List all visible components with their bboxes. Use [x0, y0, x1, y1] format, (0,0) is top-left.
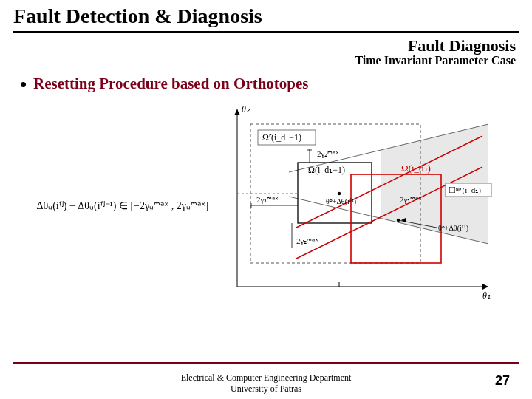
- svg-marker-3: [234, 109, 240, 115]
- subtitle: Fault Diagnosis: [0, 36, 516, 55]
- footer-line2: University of Patras: [181, 383, 352, 395]
- label-2g1-right: 2γ₁ᵐᵃˣ: [400, 195, 422, 204]
- label-2g2-top: 2γ₂ᵐᵃˣ: [317, 149, 339, 158]
- label-2g2-bot: 2γ₂ᵐᵃˣ: [296, 236, 318, 245]
- main-title: Fault Detection & Diagnosis: [13, 4, 519, 28]
- label-theta-o: θᵒ+Δθ(iᶠ¹): [326, 197, 356, 206]
- label-theta-o2: θᵒ+Δθ(iᶠ¹): [438, 224, 468, 233]
- footer-line1: Electrical & Computer Engineering Depart…: [181, 372, 352, 383]
- page-number: 27: [495, 373, 510, 389]
- axis-y-label: θ₂: [242, 104, 250, 115]
- diagram: θ₂ θ₁ Ωʳ(i_d₁−1) Ω(i_d₁−1) Ω(i_d₁): [215, 102, 496, 309]
- svg-point-19: [337, 192, 340, 195]
- axis-x-label: θ₁: [482, 290, 491, 301]
- footer-text: Electrical & Computer Engineering Depart…: [181, 372, 352, 395]
- label-omega-r: Ωʳ(i_d₁−1): [262, 132, 301, 143]
- subtitle-block: Fault Diagnosis Time Invariant Parameter…: [0, 33, 532, 67]
- title-block: Fault Detection & Diagnosis: [0, 0, 532, 30]
- label-omega: Ω(i_d₁−1): [308, 165, 345, 175]
- slide: Fault Detection & Diagnosis Fault Diagno…: [0, 0, 532, 399]
- bullet-text: Resetting Procedure based on Orthotopes: [33, 75, 309, 93]
- bullet-icon: [21, 82, 26, 87]
- bullet-row: Resetting Procedure based on Orthotopes: [0, 67, 532, 93]
- label-2g1-left: 2γ₁ᵐᵃˣ: [256, 195, 279, 204]
- svg-marker-1: [482, 284, 488, 290]
- subtitle-secondary: Time Invariant Parameter Case: [0, 54, 516, 67]
- content-row: Δθᵤ(iᶠʲ) − Δθᵤ(iᶠʲ⁻¹) ∈ [−2γᵤᵐᵃˣ , 2γᵤᵐᵃ…: [0, 93, 532, 309]
- label-np: ☐ⁿᵖ(i_d₁): [449, 185, 481, 195]
- label-omega-red: Ω(i_d₁): [401, 163, 431, 174]
- footer: Electrical & Computer Engineering Depart…: [0, 372, 532, 395]
- footer-rule: [13, 362, 519, 364]
- formula-text: Δθᵤ(iᶠʲ) − Δθᵤ(iᶠʲ⁻¹) ∈ [−2γᵤᵐᵃˣ , 2γᵤᵐᵃ…: [36, 200, 208, 212]
